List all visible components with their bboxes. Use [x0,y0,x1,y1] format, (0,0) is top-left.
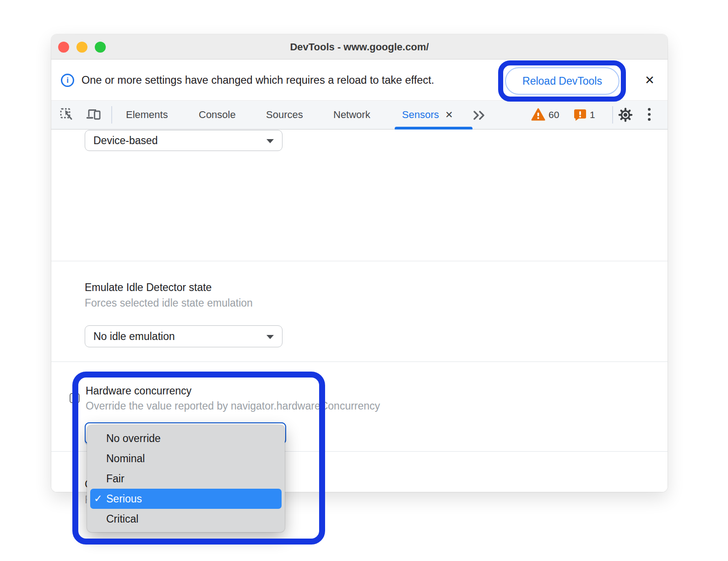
cpu-pressure-option-no-override[interactable]: No override [87,428,285,448]
tab-sources[interactable]: Sources [266,101,303,129]
settings-gear-icon[interactable] [618,107,633,123]
toolbar-separator [612,106,613,124]
cpu-pressure-menu: No override Nominal Fair ✓ Serious Criti… [87,425,285,532]
section-divider [51,261,668,261]
hardware-section-description: Override the value reported by navigator… [86,400,380,412]
cpu-pressure-option-nominal[interactable]: Nominal [87,448,285,469]
devtools-window: DevTools - www.google.com/ i One or more… [51,34,668,492]
toolbar-separator [111,106,112,124]
tab-elements[interactable]: Elements [126,101,168,129]
idle-section-title: Emulate Idle Detector state [85,281,212,294]
chevron-down-icon [266,139,274,143]
hardware-concurrency-checkbox[interactable] [70,393,80,403]
cpu-pressure-option-fair[interactable]: Fair [87,469,285,489]
idle-emulation-select-value: No idle emulation [93,330,175,342]
more-options-kebab-icon[interactable] [648,108,651,121]
more-tabs-chevron-icon[interactable] [473,110,488,120]
issue-count: 1 [590,101,595,129]
screenshot-canvas: DevTools - www.google.com/ i One or more… [0,0,728,561]
tab-sensors[interactable]: Sensors [402,101,439,129]
chevron-down-icon [266,335,274,339]
tab-console[interactable]: Console [199,101,236,129]
issues-icon[interactable] [573,108,587,121]
warning-count: 60 [549,101,559,129]
window-title: DevTools - www.google.com/ [51,34,668,59]
dismiss-notice-icon[interactable]: ✕ [642,72,657,88]
info-icon: i [61,74,74,87]
cpu-pressure-option-critical[interactable]: Critical [87,509,285,529]
inspect-element-icon[interactable] [60,108,74,122]
cpu-pressure-option-label: Serious [106,489,142,509]
check-icon: ✓ [94,489,106,509]
hardware-section-title: Hardware concurrency [86,385,191,397]
device-toolbar-icon[interactable] [86,108,103,122]
reload-devtools-button[interactable]: Reload DevTools [505,67,619,95]
idle-section-description: Forces selected idle state emulation [85,297,253,309]
devtools-toolbar: Elements Console Sources Network Sensors… [51,101,668,129]
window-titlebar: DevTools - www.google.com/ [51,34,668,59]
orientation-select[interactable]: Device-based [85,130,283,151]
tab-network[interactable]: Network [333,101,370,129]
warnings-icon[interactable] [531,108,545,121]
cpu-pressure-option-serious[interactable]: ✓ Serious [90,489,282,509]
idle-emulation-select[interactable]: No idle emulation [85,325,283,347]
close-sensors-tab-icon[interactable]: ✕ [445,101,453,129]
reload-notice-message: One or more settings have changed which … [81,59,434,101]
section-divider [51,361,668,362]
orientation-select-value: Device-based [93,135,158,146]
